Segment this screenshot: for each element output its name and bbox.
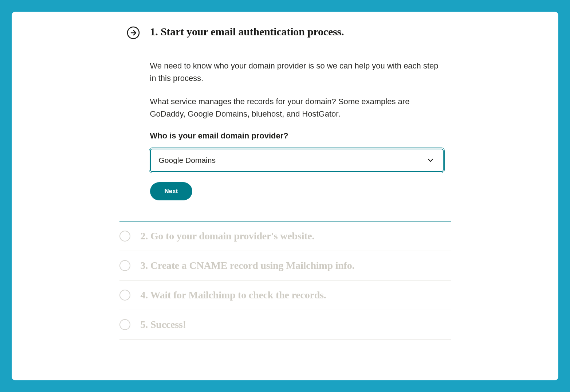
wizard-card: 1. Start your email authentication proce… (12, 12, 558, 380)
step-1-title: 1. Start your email authentication proce… (150, 26, 344, 38)
next-button[interactable]: Next (150, 182, 193, 200)
step-status-empty-icon (119, 319, 130, 330)
future-steps-list: 2. Go to your domain provider's website.… (119, 222, 451, 340)
step-4-title: 4. Wait for Mailchimp to check the recor… (141, 289, 326, 301)
step-4-row[interactable]: 4. Wait for Mailchimp to check the recor… (119, 281, 451, 310)
step-1-body: We need to know who your domain provider… (150, 60, 444, 200)
step-1-intro-1: We need to know who your domain provider… (150, 60, 444, 85)
step-1-active: 1. Start your email authentication proce… (127, 12, 444, 221)
step-status-empty-icon (119, 231, 130, 242)
step-2-row[interactable]: 2. Go to your domain provider's website. (119, 222, 451, 251)
step-1-header: 1. Start your email authentication proce… (127, 26, 444, 39)
provider-field-label: Who is your email domain provider? (150, 131, 444, 141)
step-3-row[interactable]: 3. Create a CNAME record using Mailchimp… (119, 251, 451, 281)
step-5-row[interactable]: 5. Success! (119, 310, 451, 340)
step-status-empty-icon (119, 290, 130, 301)
provider-select[interactable]: Google Domains (150, 149, 444, 172)
wizard-inner: 1. Start your email authentication proce… (65, 12, 506, 340)
step-5-title: 5. Success! (141, 319, 186, 330)
provider-select-wrap: Google Domains (150, 149, 444, 172)
step-1-intro-2: What service manages the records for you… (150, 95, 444, 120)
step-2-title: 2. Go to your domain provider's website. (141, 230, 315, 242)
step-3-title: 3. Create a CNAME record using Mailchimp… (141, 260, 355, 271)
step-status-empty-icon (119, 260, 130, 271)
arrow-right-circle-icon (127, 26, 140, 39)
